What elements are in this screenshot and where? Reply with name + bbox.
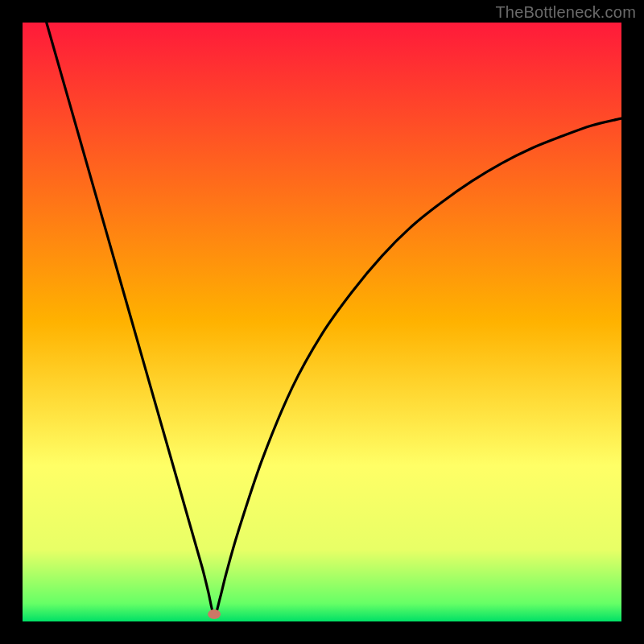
watermark-text: TheBottleneck.com [495, 3, 636, 22]
chart-background [23, 23, 621, 621]
chart-frame [23, 23, 621, 621]
optimal-marker [208, 609, 221, 619]
bottleneck-chart [23, 23, 621, 621]
